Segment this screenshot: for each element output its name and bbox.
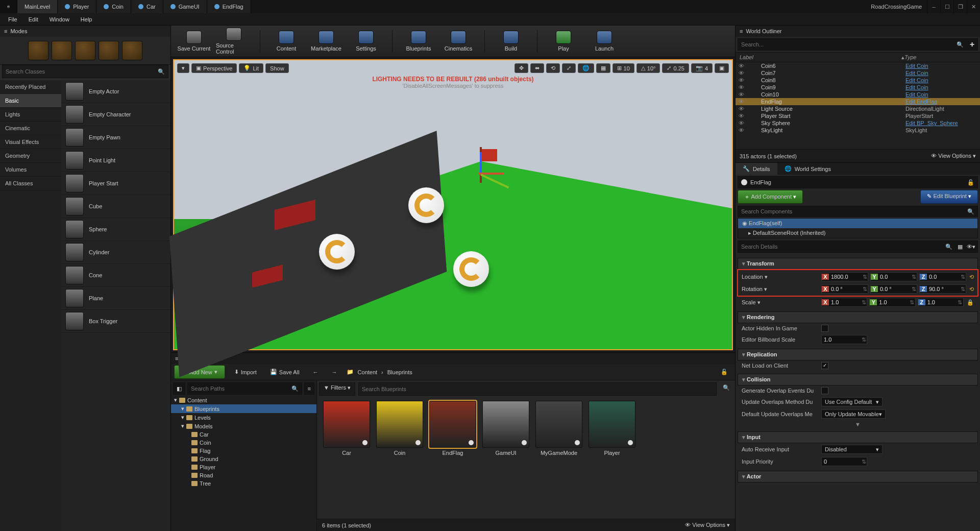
search-assets-input[interactable] — [358, 382, 717, 396]
section-collision[interactable]: Collision — [738, 374, 978, 385]
ue-logo-tab[interactable] — [0, 0, 17, 13]
show-button[interactable]: Show — [265, 63, 289, 73]
blueprints-button[interactable]: Blueprints — [401, 28, 436, 55]
window-minimize-button[interactable]: – — [927, 0, 940, 13]
launch-button[interactable]: Launch — [586, 28, 622, 55]
marketplace-button[interactable]: Marketplace — [308, 28, 344, 55]
asset-item[interactable]: Player — [587, 401, 636, 514]
search-paths-input[interactable] — [188, 385, 288, 392]
outliner-row[interactable]: 👁Coin7Edit Coin — [736, 69, 980, 77]
window-close-button[interactable]: ✕ — [967, 0, 980, 13]
location-y-input[interactable] — [878, 274, 911, 280]
paint-mode-icon[interactable] — [52, 41, 72, 60]
angle-snap-toggle[interactable]: △ 10° — [636, 63, 660, 73]
menu-file[interactable]: File — [3, 14, 22, 25]
eye-icon[interactable]: 👁 — [739, 106, 746, 112]
tree-item[interactable]: ▾Content — [171, 396, 316, 404]
location-x-input[interactable] — [829, 274, 862, 280]
crumb-content[interactable]: Content — [358, 369, 378, 375]
cat-geometry[interactable]: Geometry — [0, 149, 61, 163]
actor-sphere[interactable]: Sphere — [61, 218, 170, 241]
component-self[interactable]: ◉ EndFlag(self) — [738, 219, 977, 228]
collections-button[interactable]: ≡ — [304, 382, 314, 395]
actor-cylinder[interactable]: Cylinder — [61, 241, 170, 264]
actor-empty-pawn[interactable]: Empty Pawn — [61, 126, 170, 149]
tab-mainlevel[interactable]: MainLevel — [17, 0, 58, 13]
crumb-blueprints[interactable]: Blueprints — [387, 369, 412, 375]
tree-item[interactable]: ▾Levels — [171, 413, 316, 422]
edit-blueprint-button[interactable]: ✎ Edit Blueprint ▾ — [920, 190, 978, 204]
actor-cube[interactable]: Cube — [61, 195, 170, 218]
cat-volumes[interactable]: Volumes — [0, 163, 61, 177]
modes-panel-header[interactable]: ≡ Modes — [0, 26, 170, 37]
window-restore-button[interactable]: ❐ — [953, 0, 967, 13]
outliner-row[interactable]: 👁Coin8Edit Coin — [736, 77, 980, 84]
source-control-button[interactable]: Source Control — [216, 28, 252, 55]
section-input[interactable]: Input — [738, 431, 978, 443]
input-priority-input[interactable] — [822, 458, 861, 465]
scale-x-input[interactable] — [829, 299, 861, 305]
eye-icon[interactable]: 👁▾ — [965, 244, 977, 250]
tab-endflag[interactable]: EndFlag — [207, 0, 251, 13]
add-component-button[interactable]: ＋ Add Component ▾ — [738, 190, 803, 204]
actor-empty-actor[interactable]: Empty Actor — [61, 80, 170, 103]
foliage-mode-icon[interactable] — [99, 41, 119, 60]
eye-icon[interactable]: 👁 — [739, 99, 746, 105]
lock-icon[interactable]: 🔓 — [967, 179, 974, 186]
actor-hidden-checkbox[interactable] — [821, 325, 828, 332]
actor-player-start[interactable]: Player Start — [61, 172, 170, 195]
place-mode-icon[interactable] — [28, 41, 48, 60]
content-browser-tab[interactable]: ≡ Content Browser — [171, 353, 735, 364]
section-actor[interactable]: Actor — [738, 471, 978, 482]
viewport[interactable]: ▾ ▣Perspective 💡Lit Show ✥ ⬌ ⟲ ⤢ 🌐 ▦ ⊞ 1… — [173, 59, 733, 350]
tree-item[interactable]: Player — [171, 463, 316, 471]
tab-player[interactable]: Player — [58, 0, 96, 13]
asset-item[interactable]: Coin — [375, 401, 424, 514]
eye-icon[interactable]: 👁 — [739, 91, 746, 98]
menu-help[interactable]: Help — [76, 14, 97, 25]
section-replication[interactable]: Replication — [738, 349, 978, 360]
scale-z-input[interactable] — [925, 299, 957, 305]
world-outliner-search-input[interactable] — [738, 41, 953, 47]
rotation-z-input[interactable] — [927, 286, 960, 292]
asset-item[interactable]: EndFlag — [428, 401, 477, 514]
viewport-options-button[interactable]: ▾ — [177, 63, 189, 73]
tree-item[interactable]: ▾Blueprints — [171, 404, 316, 413]
actor-name-field[interactable]: EndFlag 🔓 — [738, 176, 978, 188]
world-outliner-tab[interactable]: ≡ World Outliner — [736, 26, 980, 37]
outliner-row[interactable]: 👁Coin10Edit Coin — [736, 91, 980, 98]
cat-basic[interactable]: Basic — [0, 94, 61, 108]
tab-world-settings[interactable]: 🌐World Settings — [777, 163, 838, 175]
location-z-input[interactable] — [927, 274, 960, 280]
eye-icon[interactable]: 👁 — [739, 77, 746, 83]
tab-coin[interactable]: Coin — [96, 0, 131, 13]
asset-item[interactable]: Car — [322, 401, 371, 514]
tree-item[interactable]: Tree — [171, 479, 316, 488]
search-classes-input[interactable] — [3, 68, 155, 75]
actor-point-light[interactable]: Point Light — [61, 149, 170, 172]
eye-icon[interactable]: 👁 — [739, 113, 746, 119]
outliner-row[interactable]: 👁Coin9Edit Coin — [736, 84, 980, 91]
net-load-checkbox[interactable] — [821, 362, 828, 369]
import-button[interactable]: ⬇Import — [230, 367, 261, 377]
overlap-events-checkbox[interactable] — [821, 387, 828, 394]
content-button[interactable]: Content — [268, 28, 304, 55]
outliner-row[interactable]: 👁EndFlagEdit EndFlag — [736, 98, 980, 105]
search-components-input[interactable] — [738, 208, 964, 214]
history-back-button[interactable]: ← — [309, 367, 323, 377]
menu-window[interactable]: Window — [44, 14, 75, 25]
reset-icon[interactable]: ⟲ — [969, 286, 974, 293]
scale-snap-toggle[interactable]: ⤢ 0.25 — [662, 63, 689, 73]
cat-lights[interactable]: Lights — [0, 108, 61, 122]
tree-item[interactable]: Car — [171, 430, 316, 439]
build-button[interactable]: Build — [493, 28, 529, 55]
actor-cone[interactable]: Cone — [61, 264, 170, 287]
outliner-row[interactable]: 👁Coin6Edit Coin — [736, 62, 980, 69]
section-rendering[interactable]: Rendering — [738, 311, 978, 323]
tab-car[interactable]: Car — [131, 0, 163, 13]
save-current-button[interactable]: Save Current — [176, 28, 212, 55]
default-overlaps-combo[interactable]: Only Update Movable▾ — [821, 409, 886, 419]
viewport-maximize-button[interactable]: ▣ — [715, 63, 729, 73]
tree-item[interactable]: Road — [171, 471, 316, 479]
actor-empty-character[interactable]: Empty Character — [61, 103, 170, 126]
